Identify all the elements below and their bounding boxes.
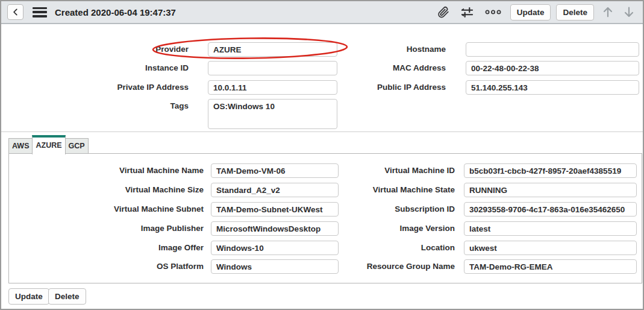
image-version-input[interactable] <box>464 221 637 236</box>
delete-button-bottom[interactable]: Delete <box>48 288 86 305</box>
image-publisher-input[interactable] <box>211 221 339 236</box>
previous-record-up-arrow-icon[interactable] <box>601 5 614 19</box>
more-options-icon[interactable] <box>485 9 501 15</box>
image-offer-input[interactable] <box>211 241 339 255</box>
resource-group-label: Resource Group Name <box>322 259 455 274</box>
vm-subnet-input[interactable] <box>211 202 339 217</box>
mac-address-label: MAC Address <box>325 61 446 75</box>
toolbar: Created 2020-06-04 19:47:37 Update Delet… <box>1 1 643 24</box>
mac-address-input[interactable] <box>466 61 639 75</box>
provider-label: Provider <box>56 42 189 57</box>
provider-input[interactable] <box>208 42 337 57</box>
record-title: Created 2020-06-04 19:47:37 <box>55 7 176 17</box>
private-ip-input[interactable] <box>208 80 337 95</box>
record-form: Provider Instance ID Private IP Address … <box>1 24 643 310</box>
instance-id-label: Instance ID <box>56 61 189 75</box>
section-divider <box>1 131 643 132</box>
tags-textarea[interactable]: OS:Windows 10 <box>208 99 337 129</box>
subscription-id-input[interactable] <box>464 202 637 217</box>
chevron-left-icon <box>11 8 20 16</box>
vm-name-label: Virtual Machine Name <box>71 163 204 178</box>
tab-gcp[interactable]: GCP <box>65 138 89 154</box>
os-platform-input[interactable] <box>211 259 339 274</box>
image-offer-label: Image Offer <box>71 241 204 255</box>
vm-state-input[interactable] <box>464 183 637 197</box>
tab-aws[interactable]: AWS <box>8 138 33 154</box>
vm-size-input[interactable] <box>211 183 339 197</box>
hostname-label: Hostname <box>325 42 446 57</box>
personalize-sliders-icon[interactable] <box>460 6 474 19</box>
tab-azure[interactable]: AZURE <box>32 135 65 154</box>
vm-id-label: Virtual Machine ID <box>322 163 455 178</box>
image-version-label: Image Version <box>322 221 455 236</box>
resource-group-input[interactable] <box>464 259 637 274</box>
back-button[interactable] <box>7 4 23 20</box>
tags-label: Tags <box>56 99 189 113</box>
vm-id-input[interactable] <box>464 163 637 178</box>
private-ip-label: Private IP Address <box>56 80 189 95</box>
vm-name-input[interactable] <box>211 163 339 178</box>
record-window: Created 2020-06-04 19:47:37 Update Delet… <box>0 0 644 310</box>
vm-state-label: Virtual Machine State <box>322 183 455 197</box>
hostname-input[interactable] <box>466 42 639 57</box>
public-ip-input[interactable] <box>466 80 639 95</box>
menu-icon[interactable] <box>33 7 47 17</box>
location-input[interactable] <box>464 241 637 255</box>
attachment-paperclip-icon[interactable] <box>437 6 449 19</box>
image-publisher-label: Image Publisher <box>71 221 204 236</box>
vm-subnet-label: Virtual Machine Subnet <box>71 202 204 217</box>
delete-button-top[interactable]: Delete <box>556 4 594 21</box>
public-ip-label: Public IP Address <box>325 80 446 95</box>
next-record-down-arrow-icon[interactable] <box>622 5 636 19</box>
vm-size-label: Virtual Machine Size <box>71 183 204 197</box>
update-button-top[interactable]: Update <box>510 4 551 21</box>
instance-id-input[interactable] <box>208 61 337 75</box>
subscription-id-label: Subscription ID <box>322 202 455 217</box>
provider-tabstrip: AWS AZURE GCP <box>8 135 89 154</box>
location-label: Location <box>322 241 455 255</box>
os-platform-label: OS Platform <box>71 259 204 274</box>
update-button-bottom[interactable]: Update <box>8 288 49 305</box>
